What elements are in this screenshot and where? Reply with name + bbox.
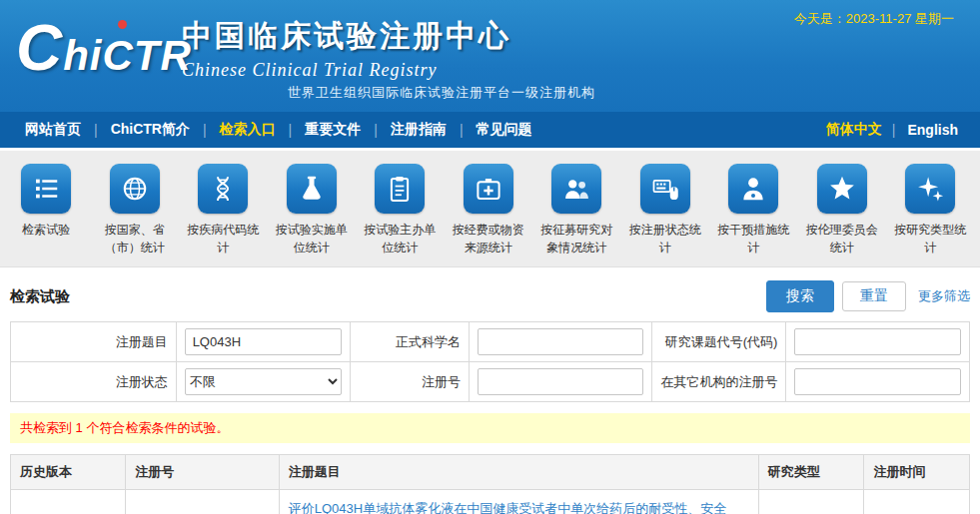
- toolbar-label: 按征募研究对象情况统计: [532, 221, 621, 257]
- nav-item-guide[interactable]: 注册指南: [378, 121, 460, 139]
- results-header-row: 历史版本 注册号 注册题目 研究类型 注册时间: [11, 455, 970, 490]
- toolbar-item-by-recruitment[interactable]: 按征募研究对象情况统计: [532, 164, 621, 257]
- project-code-input[interactable]: [794, 328, 961, 355]
- trial-reg-date: 2023/03/20: [864, 490, 970, 514]
- toolbar-item-by-disease-code[interactable]: 按疾病代码统计: [179, 164, 268, 257]
- search-actions: 搜索 重置 更多筛选: [766, 280, 970, 312]
- dna-icon: [198, 164, 248, 214]
- results-table: 历史版本 注册号 注册题目 研究类型 注册时间 历史版本 ChiCTR23000…: [10, 454, 970, 514]
- toolbar-label: 检索试验: [2, 221, 91, 239]
- reg-title-label: 注册题目: [11, 322, 177, 362]
- col-reg-number: 注册号: [126, 455, 280, 490]
- flask-icon: [287, 164, 337, 214]
- form-row-2: 注册状态 不限 注册号 在其它机构的注册号: [11, 362, 970, 402]
- trial-reg-number: ChiCTR2300069500: [126, 490, 280, 514]
- sparkles-icon: [905, 164, 955, 214]
- nav-item-faq[interactable]: 常见问题: [464, 121, 545, 139]
- clipboard-icon: [375, 164, 425, 214]
- site-title-zh: 中国临床试验注册中心: [182, 16, 511, 57]
- col-study-type: 研究类型: [758, 455, 864, 490]
- toolbar-item-by-funding-source[interactable]: 按经费或物资来源统计: [445, 164, 533, 257]
- toolbar-label: 按国家、省（市）统计: [91, 221, 180, 257]
- toolbar-item-by-study-type[interactable]: 按研究类型统计: [886, 164, 975, 257]
- medkit-icon: [464, 164, 513, 214]
- list-123-icon: [21, 164, 71, 214]
- col-reg-date: 注册时间: [864, 455, 970, 490]
- keyboard-mouse-icon: [640, 164, 690, 214]
- reg-number-input[interactable]: [478, 368, 644, 395]
- star-icon: [817, 164, 867, 214]
- stats-toolbar: 检索试验 按国家、省（市）统计 按疾病代码统计 按试验实施单位统计 按试验主办单…: [0, 151, 980, 267]
- header-titles: 中国临床试验注册中心 Chinese Clinical Trial Regist…: [182, 16, 511, 81]
- toolbar-item-by-registration-status[interactable]: 按注册状态统计: [621, 164, 710, 257]
- nav-item-documents[interactable]: 重要文件: [292, 121, 374, 139]
- toolbar-label: 按研究类型统计: [886, 221, 975, 257]
- project-code-label: 研究课题代号(代码): [652, 322, 786, 362]
- site-header: ChiCTR 中国临床试验注册中心 Chinese Clinical Trial…: [0, 0, 980, 112]
- lang-en-link[interactable]: English: [895, 122, 968, 138]
- search-button[interactable]: 搜索: [766, 280, 834, 312]
- toolbar-label: 按疾病代码统计: [179, 221, 268, 257]
- nav-item-home[interactable]: 网站首页: [12, 121, 94, 139]
- toolbar-item-by-ethics-committee[interactable]: 按伦理委员会统计: [798, 164, 887, 257]
- today-date: 今天是：2023-11-27 星期一: [794, 10, 954, 28]
- who-registry-line: 世界卫生组织国际临床试验注册平台一级注册机构: [288, 84, 595, 102]
- search-form: 注册题目 正式科学名 研究课题代号(代码) 注册状态 不限 注册号 在其它机构的…: [10, 321, 970, 402]
- toolbar-label: 按干预措施统计: [709, 221, 798, 257]
- toolbar-label: 按试验实施单位统计: [268, 221, 357, 257]
- doctor-icon: [728, 164, 778, 214]
- toolbar-item-by-implementing-unit[interactable]: 按试验实施单位统计: [268, 164, 357, 257]
- toolbar-item-by-intervention[interactable]: 按干预措施统计: [709, 164, 798, 257]
- more-filters-link[interactable]: 更多筛选: [918, 287, 970, 305]
- lang-zh-link[interactable]: 简体中文: [816, 121, 892, 139]
- trial-title-link[interactable]: 评价LQ043H单域抗体雾化液在中国健康受试者中单次给药后的耐受性、安全性、..…: [289, 501, 726, 514]
- col-reg-title: 注册题目: [279, 455, 758, 490]
- other-reg-number-label: 在其它机构的注册号: [652, 362, 786, 402]
- result-count-banner: 共检索到 1 个符合检索条件的试验。: [10, 413, 970, 443]
- reg-number-label: 注册号: [350, 362, 469, 402]
- people-icon: [551, 164, 601, 214]
- reg-title-input[interactable]: [185, 328, 342, 355]
- table-row: 历史版本 ChiCTR2300069500 评价LQ043H单域抗体雾化液在中国…: [11, 490, 970, 514]
- scientific-name-label: 正式科学名: [350, 322, 469, 362]
- toolbar-item-search-trials[interactable]: 检索试验: [2, 164, 91, 239]
- main-nav: 网站首页 | ChiCTR简介 | 检索入口 | 重要文件 | 注册指南 | 常…: [0, 112, 980, 148]
- site-title-en: Chinese Clinical Trial Registry: [182, 60, 511, 81]
- toolbar-label: 按试验主办单位统计: [356, 221, 445, 257]
- nav-item-search-entry[interactable]: 检索入口: [207, 121, 289, 139]
- nav-language-switch: 简体中文 | English: [816, 121, 968, 139]
- toolbar-label: 按经费或物资来源统计: [445, 221, 533, 257]
- globe-icon: [110, 164, 160, 214]
- logo-accent-dot: [118, 20, 127, 29]
- toolbar-label: 按注册状态统计: [621, 221, 710, 257]
- nav-item-about[interactable]: ChiCTR简介: [98, 121, 203, 139]
- search-section-title: 检索试验: [10, 287, 70, 306]
- search-section-header: 检索试验 搜索 重置 更多筛选: [10, 280, 970, 312]
- chictr-logo[interactable]: ChiCTR: [16, 16, 192, 80]
- reset-button[interactable]: 重置: [842, 281, 906, 311]
- toolbar-item-by-country[interactable]: 按国家、省（市）统计: [91, 164, 180, 257]
- content: 检索试验 搜索 重置 更多筛选 注册题目 正式科学名 研究课题代号(代码) 注册…: [0, 280, 980, 514]
- toolbar-item-by-sponsor-unit[interactable]: 按试验主办单位统计: [356, 164, 445, 257]
- scientific-name-input[interactable]: [478, 328, 644, 355]
- col-history: 历史版本: [11, 455, 126, 490]
- toolbar-label: 按伦理委员会统计: [798, 221, 887, 257]
- other-reg-number-input[interactable]: [794, 368, 961, 395]
- reg-status-label: 注册状态: [11, 362, 177, 402]
- reg-status-select[interactable]: 不限: [185, 368, 342, 395]
- trial-study-type: 干预性研究: [758, 490, 864, 514]
- form-row-1: 注册题目 正式科学名 研究课题代号(代码): [11, 322, 970, 362]
